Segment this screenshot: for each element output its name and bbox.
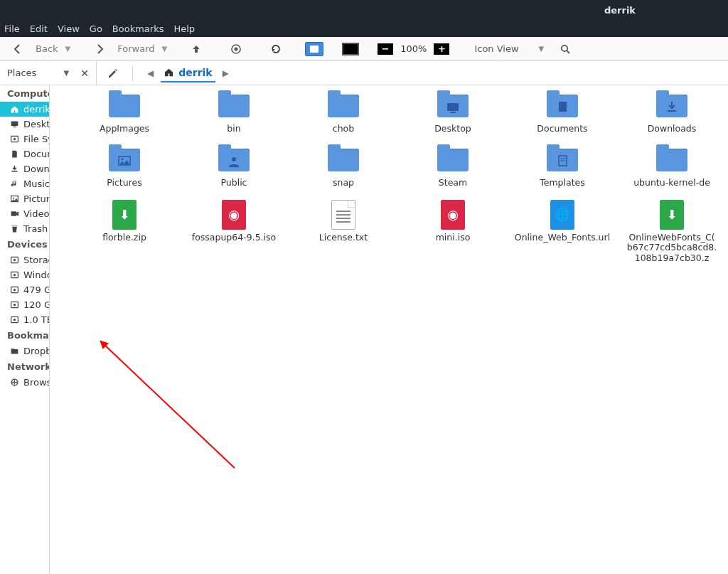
file-item[interactable]: bin (181, 92, 287, 134)
doc-icon (10, 149, 19, 159)
menu-help[interactable]: Help (173, 23, 195, 34)
zoom-out-button[interactable]: − (378, 43, 393, 55)
sidebar-item-windows-ssd-sto-[interactable]: Windows SSD sto… (0, 267, 49, 282)
file-item[interactable]: chob (290, 92, 397, 134)
svg-rect-8 (11, 171, 17, 172)
sidebar-item-label: Music (23, 179, 49, 189)
back-button[interactable] (7, 40, 28, 58)
sidebar-item-dropbox[interactable]: Dropbox (0, 344, 49, 358)
svg-point-29 (232, 157, 236, 161)
desktop-icon (10, 119, 19, 129)
picture-icon (10, 194, 19, 203)
svg-point-28 (122, 159, 124, 161)
menu-file[interactable]: File (4, 23, 20, 34)
disk-icon (10, 285, 19, 294)
sidebar-item-browse-network[interactable]: Browse Network (0, 375, 49, 390)
file-label: snap (333, 178, 354, 188)
text-icon (327, 201, 360, 228)
disk-icon (10, 270, 19, 280)
sidebar-item-downloads[interactable]: Downloads (0, 161, 49, 176)
chevron-down-icon[interactable]: ▼ (64, 69, 70, 77)
icon-view[interactable]: AppImagesbinchobDesktopDocumentsDownload… (50, 85, 728, 574)
file-label: Templates (540, 178, 585, 188)
sidebar-item-label: Pictures (23, 193, 49, 204)
file-item[interactable]: Public (181, 147, 287, 188)
sidebar-item-479-gb-volume[interactable]: 479 GB Volume (0, 282, 49, 297)
sidebar-item-music[interactable]: Music (0, 176, 49, 191)
breadcrumb-forward-icon[interactable]: ▶ (221, 68, 230, 78)
zoom-level: 100% (397, 43, 429, 54)
forward-dropdown-icon[interactable]: ▼ (162, 45, 168, 53)
places-panel-header[interactable]: Places ▼ ✕ (0, 61, 97, 85)
stop-button[interactable] (225, 40, 247, 58)
file-label: Online_Web_Fonts.url (515, 233, 610, 243)
file-label: OnlineWebFonts_C(b67c77cd5bca8cd8.108b19… (627, 233, 717, 263)
sidebar-item-file-system[interactable]: File System (0, 132, 49, 147)
folder-icon (655, 147, 688, 174)
file-item[interactable]: ⬇florble.zip (71, 201, 178, 263)
sidebar-item-desktop[interactable]: Desktop (0, 117, 49, 132)
reload-button[interactable] (265, 40, 287, 58)
sidebar-item-label: Browse Network (23, 377, 49, 388)
svg-rect-5 (13, 127, 16, 127)
sidebar-item-trash[interactable]: Trash (0, 221, 49, 236)
menu-edit[interactable]: Edit (30, 23, 48, 34)
file-label: License.txt (319, 233, 368, 243)
svg-point-10 (13, 198, 14, 199)
sidebar-item-label: Downloads (23, 164, 49, 174)
folder-icon (108, 92, 141, 119)
menu-go[interactable]: Go (90, 23, 102, 34)
svg-rect-26 (668, 110, 676, 112)
folder-icon (546, 147, 579, 174)
back-dropdown-icon[interactable]: ▼ (65, 45, 71, 53)
sidebar-item-videos[interactable]: Videos (0, 206, 49, 221)
forward-label[interactable]: Forward (114, 43, 157, 54)
file-label: AppImages (100, 124, 149, 134)
file-item[interactable]: ◉fossapup64-9.5.iso (181, 201, 287, 263)
breadcrumb-back-icon[interactable]: ◀ (146, 68, 155, 78)
sidebar-item-120-gb-volume[interactable]: 120 GB Volume (0, 297, 49, 312)
menu-view[interactable]: View (58, 23, 80, 34)
svg-rect-23 (447, 103, 459, 111)
sidebar-item-derrik[interactable]: derrik (0, 102, 49, 117)
svg-point-13 (14, 259, 16, 261)
file-item[interactable]: ubuntu-kernel-de (619, 147, 725, 188)
archive-green-icon: ⬇ (655, 201, 688, 228)
open-terminal-button[interactable] (342, 43, 359, 55)
file-item[interactable]: License.txt (290, 201, 397, 263)
home-icon (10, 105, 19, 114)
view-folder-button[interactable] (305, 42, 323, 56)
search-button[interactable] (555, 40, 576, 58)
file-item[interactable]: Steam (400, 147, 506, 188)
file-item[interactable]: Templates (509, 147, 616, 188)
file-item[interactable]: ⬇OnlineWebFonts_C(b67c77cd5bca8cd8.108b1… (619, 201, 725, 263)
edit-path-button[interactable] (102, 68, 124, 79)
separator (132, 65, 133, 81)
folder-icon (218, 92, 250, 119)
file-item[interactable]: Downloads (619, 92, 725, 134)
file-item[interactable]: snap (290, 147, 397, 188)
svg-line-3 (567, 51, 569, 53)
file-item[interactable]: Desktop (400, 92, 506, 134)
sidebar-item-pictures[interactable]: Pictures (0, 191, 49, 206)
back-label[interactable]: Back (33, 43, 61, 54)
sidebar-item-1-0-tb-volu-[interactable]: 1.0 TB Volu… (0, 312, 49, 327)
breadcrumb-home[interactable]: derrik (161, 64, 215, 83)
close-panel-icon[interactable]: ✕ (80, 68, 89, 79)
sidebar-item-label: Windows SSD sto… (23, 270, 49, 280)
file-item[interactable]: AppImages (71, 92, 178, 134)
sidebar-item-documents[interactable]: Documents (0, 147, 49, 161)
file-item[interactable]: 🌐Online_Web_Fonts.url (509, 201, 616, 263)
file-item[interactable]: Documents (509, 92, 616, 134)
file-item[interactable]: Pictures (71, 147, 178, 188)
folder-icon (437, 92, 469, 119)
view-mode-dropdown[interactable]: Icon View ▼ (468, 41, 550, 57)
zoom-in-button[interactable]: + (434, 43, 449, 55)
forward-button[interactable] (89, 40, 110, 58)
menu-bookmarks[interactable]: Bookmarks (112, 23, 164, 34)
sidebar-item-label: derrik (23, 104, 49, 115)
file-label: Pictures (107, 178, 142, 188)
up-button[interactable] (186, 40, 207, 58)
file-item[interactable]: ◉mini.iso (400, 201, 506, 263)
sidebar-item-storage-windows[interactable]: Storage Windows (0, 253, 49, 267)
